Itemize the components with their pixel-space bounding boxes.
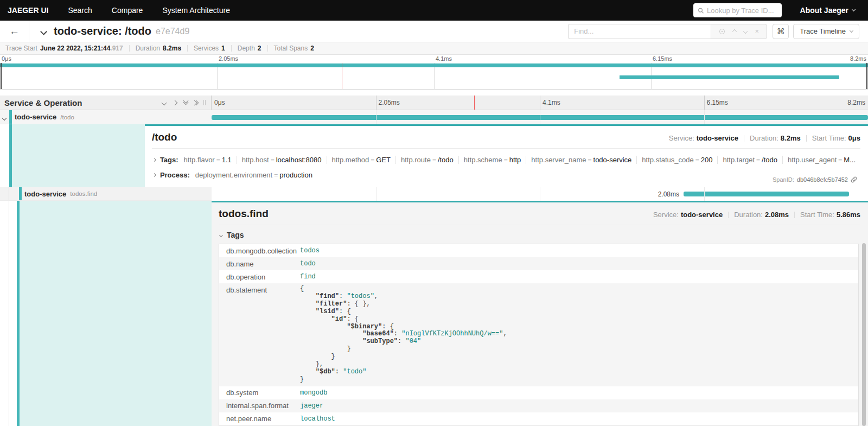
nav-item-compare[interactable]: Compare bbox=[112, 6, 143, 15]
find-next-icon[interactable] bbox=[743, 29, 748, 33]
app-logo[interactable]: JAEGER UI bbox=[8, 6, 48, 15]
tag-equals: = bbox=[502, 156, 509, 164]
find-input[interactable] bbox=[568, 24, 711, 39]
tag-item: http.flavor=1.1 bbox=[184, 156, 237, 164]
span-color-block bbox=[19, 187, 22, 200]
tags-summary-list: http.flavor=1.1http.host=localhost:8080h… bbox=[184, 156, 860, 164]
trace-view-selector[interactable]: Trace Timeline bbox=[793, 24, 859, 39]
process-accordion[interactable]: Process: deployment.environment=producti… bbox=[152, 171, 860, 179]
jaeger-trace-page: JAEGER UI SearchCompareSystem Architectu… bbox=[0, 0, 868, 426]
collapse-trace-chevron[interactable] bbox=[41, 27, 46, 36]
ruler-tick-label: 0μs bbox=[214, 99, 225, 106]
tag-item: http.target=/todo bbox=[718, 156, 782, 164]
summary-divider bbox=[187, 45, 188, 52]
tag-equals: = bbox=[837, 156, 844, 164]
span-duration-label: 2.08ms bbox=[658, 190, 684, 198]
nav-item-search[interactable]: Search bbox=[68, 6, 92, 15]
minimap-tick-labels: 0μs2.05ms4.1ms6.15ms8.2ms bbox=[0, 55, 868, 63]
minimap-tick-label: 8.2ms bbox=[850, 55, 866, 62]
span-service-name: todo-service bbox=[24, 190, 66, 198]
row-gridline bbox=[540, 110, 540, 124]
tag-value: /todo bbox=[762, 156, 777, 164]
tag-value: http bbox=[509, 156, 521, 164]
span-operation-name: todos.find bbox=[70, 190, 97, 197]
minimap-scrubber-left[interactable] bbox=[1, 63, 2, 89]
ruler-cursor-line bbox=[474, 96, 475, 110]
expand-all-icon[interactable] bbox=[195, 101, 198, 105]
tag-key: deployment.environment bbox=[195, 171, 272, 179]
ruler-tick-label: 4.1ms bbox=[542, 99, 560, 106]
service-operation-title: Service & Operation bbox=[4, 98, 162, 107]
detail-left-gutter bbox=[0, 124, 145, 187]
summary-value: 1 bbox=[221, 44, 225, 52]
summary-value-suffix: .917 bbox=[110, 44, 123, 52]
tag-item: deployment.environment=production bbox=[195, 171, 317, 179]
timeline-minimap[interactable] bbox=[0, 63, 868, 90]
span-name-cell-todo[interactable]: todo-service /todo bbox=[0, 110, 212, 124]
tag-key: http.server_name bbox=[531, 156, 586, 164]
nav-item-system-architecture[interactable]: System Architecture bbox=[162, 6, 230, 15]
summary-label: Depth bbox=[238, 44, 255, 52]
service-operation-header: Service & Operation bbox=[0, 96, 212, 110]
summary-value: 2 bbox=[310, 44, 314, 52]
about-jaeger-menu[interactable]: About Jaeger bbox=[800, 6, 855, 15]
tags-accordion[interactable]: Tags: http.flavor=1.1http.host=localhost… bbox=[152, 156, 860, 164]
span-timeline-cell-todo bbox=[212, 110, 868, 124]
tags-key-value-table: db.mongodb.collectiontodosdb.nametododb.… bbox=[219, 244, 859, 426]
tag-value: GET bbox=[376, 156, 391, 164]
deep-link-icon[interactable] bbox=[851, 176, 857, 183]
tag-key: http.user_agent bbox=[788, 156, 837, 164]
kv-value: localhost bbox=[300, 415, 335, 423]
tag-item: http.scheme=http bbox=[459, 156, 527, 164]
summary-value: 8.2ms bbox=[163, 44, 181, 52]
find-prev-icon[interactable] bbox=[732, 29, 737, 33]
back-button[interactable]: ← bbox=[0, 21, 29, 42]
span-bar-todos-find[interactable] bbox=[684, 192, 849, 196]
tag-equals: = bbox=[272, 171, 279, 179]
kv-row: db.nametodo bbox=[219, 257, 858, 270]
collapse-one-icon[interactable] bbox=[162, 101, 166, 105]
kv-key: internal.span.format bbox=[219, 402, 300, 410]
minimap-tick-label: 4.1ms bbox=[436, 55, 452, 62]
minimap-tick-label: 2.05ms bbox=[219, 55, 238, 62]
tag-equals: = bbox=[586, 156, 593, 164]
minimap-span-bar bbox=[0, 63, 868, 67]
tag-value: localhost:8080 bbox=[276, 156, 322, 164]
find-group: × bbox=[568, 24, 767, 39]
match-highlight-icon[interactable] bbox=[719, 28, 725, 35]
minimap-tick-label: 0μs bbox=[2, 55, 11, 62]
span-name-cell-todos-find[interactable]: todo-service todos.find bbox=[0, 187, 212, 201]
summary-value: June 22 2022, 15:21:44 bbox=[40, 44, 110, 52]
tags-section-header[interactable]: Tags bbox=[219, 231, 860, 239]
trace-lookup-box bbox=[693, 3, 782, 17]
keyboard-shortcuts-button[interactable]: ⌘ bbox=[773, 24, 789, 39]
tag-item: http.route=/todo bbox=[396, 156, 459, 164]
detail-meta: Service:todo-service Duration:2.08ms Sta… bbox=[653, 211, 860, 219]
summary-item: Depth2 bbox=[238, 44, 261, 52]
tag-value: production bbox=[279, 171, 312, 179]
kv-value: todos bbox=[300, 247, 320, 255]
trace-id: e7e74d9 bbox=[156, 27, 189, 36]
kv-key: db.statement bbox=[219, 283, 300, 294]
trace-header: ← todo-service: /todo e7e74d9 × ⌘ Trace … bbox=[0, 21, 868, 42]
span-row-todos-find: todo-service todos.find 2.08ms bbox=[0, 187, 868, 201]
scrollbar-thumb[interactable] bbox=[862, 243, 866, 426]
kv-row: db.mongodb.collectiontodos bbox=[219, 244, 858, 257]
tag-item: http.user_agent=M... bbox=[783, 156, 860, 164]
tag-equals: = bbox=[755, 156, 762, 164]
expand-one-icon[interactable] bbox=[173, 101, 177, 105]
span-collapse-chevron[interactable] bbox=[3, 112, 6, 122]
trace-lookup-input[interactable] bbox=[707, 7, 777, 15]
kv-value: mongodb bbox=[300, 389, 327, 397]
collapse-all-icon[interactable] bbox=[184, 101, 188, 104]
ruler-tick-line bbox=[376, 96, 376, 110]
find-clear-icon[interactable]: × bbox=[755, 27, 760, 35]
summary-label: Services bbox=[194, 44, 219, 52]
column-resizer[interactable] bbox=[203, 100, 206, 105]
tag-item: http.status_code=200 bbox=[637, 156, 718, 164]
tag-equals: = bbox=[431, 156, 438, 164]
timeline-grid-header: Service & Operation 0μs2.05ms4.1ms6.15ms… bbox=[0, 96, 868, 110]
summary-item: Duration8.2ms bbox=[136, 44, 181, 52]
row-gridline bbox=[376, 110, 376, 124]
minimap-scrubber-right[interactable] bbox=[866, 63, 867, 89]
